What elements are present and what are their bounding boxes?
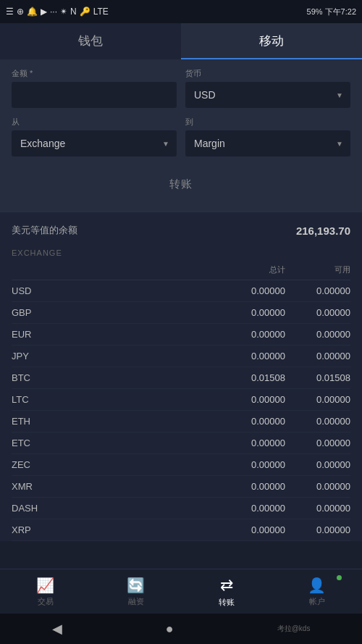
table-row: USD 0.00000 0.00000 — [12, 280, 350, 302]
td-total: 0.00000 — [213, 285, 285, 296]
transfer-nav-label: 转账 — [219, 597, 235, 608]
play-icon: ▶ — [41, 7, 47, 17]
to-select-wrapper: Margin Exchange Funding — [185, 130, 350, 156]
funding-icon: 🔄 — [127, 577, 145, 594]
td-total: 0.00000 — [213, 459, 285, 470]
trade-label: 交易 — [38, 596, 54, 607]
balance-section: 美元等值的余额 216,193.70 — [0, 212, 362, 243]
signal-icon: LTE — [93, 7, 109, 17]
td-total: 0.00000 — [213, 503, 285, 514]
to-group: 到 Margin Exchange Funding — [185, 117, 350, 156]
transfer-icon: ⇄ — [220, 576, 233, 595]
col-available: 可用 — [285, 264, 350, 275]
currency-group: 货币 USD GBP EUR BTC — [185, 68, 350, 108]
td-currency: USD — [12, 285, 213, 296]
table-body: USD 0.00000 0.00000 GBP 0.00000 0.00000 … — [12, 280, 350, 541]
amount-label: 金额 * — [12, 68, 177, 79]
col-total: 总计 — [213, 264, 285, 275]
td-available: 0.00000 — [285, 438, 350, 448]
td-available: 0.00000 — [285, 285, 350, 296]
balance-label: 美元等值的余额 — [12, 224, 77, 237]
table-row: XRP 0.00000 0.00000 — [12, 519, 350, 541]
td-available: 0.00000 — [285, 459, 350, 470]
home-button[interactable]: ● — [166, 622, 174, 637]
bottom-nav: 📈 交易 🔄 融资 ⇄ 转账 👤 帐户 — [0, 569, 362, 614]
td-total: 0.00000 — [213, 481, 285, 492]
td-available: 0.01508 — [285, 372, 350, 383]
td-currency: ZEC — [12, 459, 213, 470]
td-available: 0.00000 — [285, 329, 350, 340]
balance-value: 216,193.70 — [296, 225, 350, 237]
account-label: 帐户 — [309, 596, 325, 607]
form-row-2: 从 Exchange Margin Funding 到 Margin Excha… — [12, 117, 350, 156]
table-row: ZEC 0.00000 0.00000 — [12, 454, 350, 476]
nav-item-transfer[interactable]: ⇄ 转账 — [181, 569, 272, 614]
from-select[interactable]: Exchange Margin Funding — [12, 130, 177, 156]
from-group: 从 Exchange Margin Funding — [12, 117, 177, 156]
td-total: 0.00000 — [213, 329, 285, 340]
android-nav-bar: ◀ ● 考拉@kds — [0, 614, 362, 644]
table-row: BTC 0.01508 0.01508 — [12, 367, 350, 389]
td-currency: BTC — [12, 372, 213, 383]
menu-icon: ☰ — [6, 7, 14, 17]
td-currency: LTC — [12, 394, 213, 405]
td-available: 0.00000 — [285, 394, 350, 405]
currency-select[interactable]: USD GBP EUR BTC — [185, 82, 350, 108]
nav-item-trade[interactable]: 📈 交易 — [0, 569, 90, 614]
back-button[interactable]: ◀ — [52, 621, 62, 637]
nav-item-funding[interactable]: 🔄 融资 — [90, 569, 181, 614]
key-icon: 🔑 — [80, 7, 90, 17]
battery-text: 59% 下午7:22 — [307, 7, 356, 17]
trade-icon: 📈 — [36, 577, 54, 594]
top-tab-bar: 钱包 移动 — [0, 23, 362, 59]
td-available: 0.00000 — [285, 524, 350, 535]
td-available: 0.00000 — [285, 503, 350, 514]
tab-wallet[interactable]: 钱包 — [0, 23, 181, 59]
td-currency: DASH — [12, 503, 213, 514]
table-row: ETC 0.00000 0.00000 — [12, 432, 350, 454]
currency-label: 货币 — [185, 68, 350, 79]
amount-group: 金额 * — [12, 68, 177, 108]
col-currency — [12, 264, 213, 275]
nav-item-account[interactable]: 👤 帐户 — [272, 569, 362, 614]
dots-icon: ··· — [50, 7, 57, 17]
exchange-section-label: EXCHANGE — [12, 243, 350, 260]
asset-table: EXCHANGE 总计 可用 USD 0.00000 0.00000 GBP 0… — [0, 243, 362, 541]
from-label: 从 — [12, 117, 177, 127]
bluetooth-icon: ✴ — [60, 7, 67, 17]
td-total: 0.01508 — [213, 372, 285, 383]
tab-wallet-label: 钱包 — [78, 33, 103, 49]
table-row: ETH 0.00000 0.00000 — [12, 411, 350, 432]
td-currency: JPY — [12, 351, 213, 361]
td-available: 0.00000 — [285, 416, 350, 427]
status-right-info: 59% 下午7:22 — [307, 7, 356, 17]
table-row: XMR 0.00000 0.00000 — [12, 476, 350, 498]
to-label: 到 — [185, 117, 350, 127]
form-row-1: 金额 * 货币 USD GBP EUR BTC — [12, 68, 350, 108]
table-header: 总计 可用 — [12, 260, 350, 280]
app-icon: ⊕ — [17, 7, 24, 17]
td-total: 0.00000 — [213, 307, 285, 318]
td-currency: GBP — [12, 307, 213, 318]
funding-label: 融资 — [128, 596, 144, 607]
td-currency: EUR — [12, 329, 213, 340]
transfer-button[interactable]: 转账 — [12, 168, 350, 200]
table-row: EUR 0.00000 0.00000 — [12, 324, 350, 346]
nfc-icon: N — [70, 7, 77, 17]
branding-text: 考拉@kds — [277, 624, 311, 634]
account-dot — [337, 575, 342, 580]
td-total: 0.00000 — [213, 524, 285, 535]
tab-transfer[interactable]: 移动 — [181, 23, 362, 59]
currency-select-wrapper: USD GBP EUR BTC — [185, 82, 350, 108]
bell-icon: 🔔 — [27, 7, 38, 17]
td-currency: ETH — [12, 416, 213, 427]
td-currency: XMR — [12, 481, 213, 492]
td-total: 0.00000 — [213, 351, 285, 361]
amount-input[interactable] — [12, 82, 177, 108]
td-available: 0.00000 — [285, 351, 350, 361]
td-currency: XRP — [12, 524, 213, 535]
transfer-form: 金额 * 货币 USD GBP EUR BTC 从 Exchange Margi… — [0, 59, 362, 212]
to-select[interactable]: Margin Exchange Funding — [185, 130, 350, 156]
table-row: GBP 0.00000 0.00000 — [12, 302, 350, 324]
td-total: 0.00000 — [213, 394, 285, 405]
